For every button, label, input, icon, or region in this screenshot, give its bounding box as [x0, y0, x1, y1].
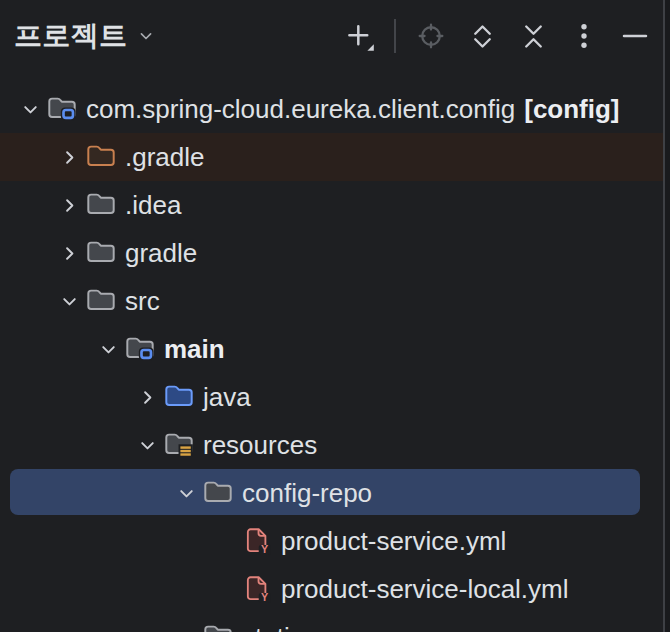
tree-item-label: resources	[203, 432, 317, 458]
chevron-down-icon[interactable]	[13, 96, 47, 122]
chevron-down-icon[interactable]	[169, 480, 203, 506]
chevron-right-icon[interactable]	[130, 384, 164, 410]
folder-icon	[203, 622, 233, 632]
tree-row-com-spring-cloud-eureka-client-config[interactable]: com.spring-cloud.eureka.client.config [c…	[0, 85, 663, 133]
kebab-icon	[570, 22, 598, 50]
tree-item-label: product-service.yml	[281, 528, 506, 554]
tree-item-label: config-repo	[242, 480, 372, 506]
tree-row-gradle[interactable]: .gradle	[0, 133, 663, 181]
collapse-all-button[interactable]	[517, 20, 549, 52]
tree-item-label: gradle	[125, 240, 197, 266]
chevron-spacer	[169, 624, 203, 632]
chevron-spacer	[208, 528, 242, 554]
tree-item-suffix: [config]	[524, 96, 619, 122]
tree-item-label: main	[164, 336, 225, 362]
chevron-down-icon[interactable]	[91, 336, 125, 362]
add-button[interactable]	[343, 20, 375, 52]
svg-text:Y: Y	[261, 543, 268, 555]
source-folder-icon	[164, 382, 194, 412]
folder-icon	[86, 190, 116, 220]
tree-row-product-service-local-yml[interactable]: Y product-service-local.yml	[0, 565, 663, 613]
tree-item-label: .gradle	[125, 144, 205, 170]
panel-title[interactable]: 프로젝트	[14, 17, 127, 55]
tree-row-product-service-yml[interactable]: Y product-service.yml	[0, 517, 663, 565]
tree-row-idea[interactable]: .idea	[0, 181, 663, 229]
target-icon	[416, 21, 446, 51]
resources-folder-icon	[164, 430, 194, 460]
tree-item-label: com.spring-cloud.eureka.client.config	[86, 96, 515, 122]
module-folder-icon	[125, 334, 155, 364]
folder-icon	[203, 478, 233, 508]
tree-row-src[interactable]: src	[0, 277, 663, 325]
toolbar-separator	[394, 19, 396, 53]
tree-row-java[interactable]: java	[0, 373, 663, 421]
panel-toolbar	[343, 19, 663, 53]
tree-row-main[interactable]: main	[0, 325, 663, 373]
tree-row-static[interactable]: static	[0, 613, 663, 632]
folder-icon	[86, 286, 116, 316]
excluded-folder-icon	[86, 142, 116, 172]
yaml-file-icon: Y	[242, 526, 272, 556]
more-options-button[interactable]	[568, 20, 600, 52]
plus-icon	[344, 21, 375, 52]
minimize-icon	[620, 21, 650, 51]
module-folder-icon	[47, 94, 77, 124]
chevron-down-icon[interactable]	[130, 432, 164, 458]
chevron-spacer	[208, 576, 242, 602]
yaml-file-icon: Y	[242, 574, 272, 604]
tree-item-label: java	[203, 384, 251, 410]
tree-item-label: src	[125, 288, 160, 314]
hide-panel-button[interactable]	[619, 20, 651, 52]
tree-item-label: static	[242, 624, 303, 632]
locate-file-button[interactable]	[415, 20, 447, 52]
chevron-down-icon[interactable]	[52, 288, 86, 314]
tree-row-config-repo[interactable]: config-repo	[0, 469, 663, 517]
tree-row-gradle[interactable]: gradle	[0, 229, 663, 277]
chevron-down-icon[interactable]	[136, 26, 156, 46]
expand-all-button[interactable]	[466, 20, 498, 52]
expand-all-icon	[468, 22, 497, 51]
tree-item-label: product-service-local.yml	[281, 576, 569, 602]
tree-row-resources[interactable]: resources	[0, 421, 663, 469]
chevron-right-icon[interactable]	[52, 144, 86, 170]
collapse-all-icon	[519, 22, 548, 51]
project-tree: com.spring-cloud.eureka.client.config [c…	[0, 85, 663, 632]
project-panel-header: 프로젝트	[0, 0, 663, 72]
folder-icon	[86, 238, 116, 268]
tree-item-label: .idea	[125, 192, 181, 218]
chevron-right-icon[interactable]	[52, 192, 86, 218]
svg-text:Y: Y	[261, 591, 268, 603]
panel-right-gutter	[665, 0, 670, 632]
chevron-right-icon[interactable]	[52, 240, 86, 266]
